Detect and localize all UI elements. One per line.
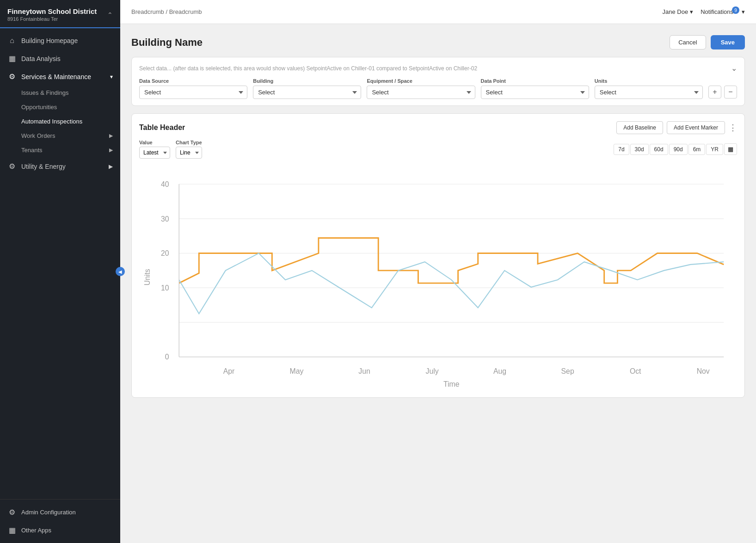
chart-card-header: Table Header Add Baseline Add Event Mark… — [139, 121, 737, 134]
svg-text:Oct: Oct — [630, 367, 641, 375]
add-baseline-button[interactable]: Add Baseline — [616, 121, 663, 134]
chart-view-icon[interactable]: ▦ — [724, 143, 737, 155]
save-button[interactable]: Save — [711, 35, 745, 49]
sidebar-collapse-icon[interactable]: ⌃ — [107, 11, 113, 19]
svg-text:Units: Units — [143, 269, 151, 285]
sidebar-item-label: Data Analysis — [21, 55, 61, 62]
chevron-right-icon: ▶ — [109, 147, 113, 153]
svg-text:Sep: Sep — [561, 367, 574, 375]
sidebar-item-admin-config[interactable]: ⚙ Admin Configuration — [0, 503, 120, 521]
sidebar-sub-tenants[interactable]: Tenants ▶ — [0, 143, 120, 157]
time-btn-6m[interactable]: 6m — [688, 144, 706, 155]
chart-type-label: Chart Type — [176, 140, 202, 145]
topbar-right: Jane Doe ▾ Notifications 9 ▾ — [663, 8, 745, 15]
building-select[interactable]: Select — [253, 86, 361, 99]
sidebar-header-text: Finneytown School District 8916 Fontainb… — [7, 7, 107, 22]
sidebar-sub-automated-inspections[interactable]: Automated Inspections — [0, 114, 120, 129]
time-btn-90d[interactable]: 90d — [669, 144, 688, 155]
svg-text:July: July — [426, 367, 439, 375]
data-point-select[interactable]: Select — [481, 86, 589, 99]
notifications-chevron-icon: ▾ — [742, 8, 745, 15]
notifications-label: Notifications — [701, 8, 733, 15]
user-name: Jane Doe — [663, 8, 688, 15]
more-options-icon[interactable]: ⋮ — [729, 123, 737, 133]
svg-text:30: 30 — [161, 215, 169, 223]
equipment-select[interactable]: Select — [367, 86, 475, 99]
svg-text:40: 40 — [161, 180, 169, 188]
chevron-right-icon: ▶ — [109, 163, 113, 170]
sidebar-footer: ⚙ Admin Configuration ▦ Other Apps — [0, 499, 120, 543]
filter-label-data-point: Data Point — [481, 78, 589, 84]
svg-text:Apr: Apr — [223, 367, 235, 375]
svg-text:Nov: Nov — [697, 367, 710, 375]
time-btn-30d[interactable]: 30d — [630, 144, 649, 155]
breadcrumb: Breadcrumb / Breadcrumb — [131, 8, 202, 15]
filter-building: Building Select — [253, 78, 361, 99]
chart-controls-left: Value Latest Chart Type Line — [139, 140, 202, 159]
sidebar-nav: ⌂ Building Homepage ▦ Data Analysis ⚙ Se… — [0, 28, 120, 499]
sidebar-item-building-homepage[interactable]: ⌂ Building Homepage — [0, 32, 120, 49]
chart-type-select[interactable]: Line — [176, 147, 202, 159]
sidebar-sub-work-orders[interactable]: Work Orders ▶ — [0, 129, 120, 143]
sidebar-item-data-analysis[interactable]: ▦ Data Analysis — [0, 49, 120, 68]
chevron-down-icon: ▾ — [110, 74, 113, 80]
sidebar-header: Finneytown School District 8916 Fontainb… — [0, 0, 120, 28]
district-name: Finneytown School District — [7, 7, 107, 15]
svg-text:May: May — [290, 367, 304, 375]
value-select[interactable]: Latest — [139, 147, 170, 159]
filter-label-equipment: Equipment / Space — [367, 78, 475, 84]
time-btn-yr[interactable]: YR — [706, 144, 723, 155]
filter-label-building: Building — [253, 78, 361, 84]
building-icon: ⌂ — [7, 37, 17, 45]
notifications-badge: 9 — [732, 6, 739, 14]
content-area: Building Name Cancel Save Select data...… — [120, 24, 756, 543]
utility-icon: ⚙ — [7, 162, 17, 171]
page-header: Building Name Cancel Save — [131, 35, 745, 49]
cancel-button[interactable]: Cancel — [670, 35, 706, 49]
chevron-right-icon: ▶ — [109, 133, 113, 139]
add-event-marker-button[interactable]: Add Event Marker — [667, 121, 725, 134]
sidebar-item-services-maintenance[interactable]: ⚙ Services & Maintenance ▾ — [0, 68, 120, 86]
units-select[interactable]: Select — [595, 86, 703, 99]
sidebar-item-label: Building Homepage — [21, 37, 78, 44]
filter-equipment-space: Equipment / Space Select — [367, 78, 475, 99]
chart-card-actions: Add Baseline Add Event Marker ⋮ — [616, 121, 737, 134]
add-filter-button[interactable]: + — [708, 86, 721, 99]
data-source-select[interactable]: Select — [139, 86, 247, 99]
sidebar-toggle-button[interactable]: ◀ — [116, 267, 125, 276]
data-selector-placeholder: Select data... (after data is selelected… — [139, 64, 737, 73]
notifications-button[interactable]: Notifications 9 ▾ — [701, 8, 745, 15]
chart-icon: ▦ — [7, 54, 17, 63]
sidebar-sub-issues-findings[interactable]: Issues & Findings — [0, 86, 120, 100]
filter-row: Data Source Select Building Select Equip… — [139, 78, 737, 99]
time-btn-60d[interactable]: 60d — [650, 144, 668, 155]
svg-text:Aug: Aug — [493, 367, 506, 375]
filter-data-source: Data Source Select — [139, 78, 247, 99]
user-info[interactable]: Jane Doe ▾ — [663, 8, 694, 15]
sidebar-item-label: Admin Configuration — [21, 509, 76, 516]
filter-data-point: Data Point Select — [481, 78, 589, 99]
filter-label-data-source: Data Source — [139, 78, 247, 84]
sidebar-item-other-apps[interactable]: ▦ Other Apps — [0, 521, 120, 539]
sidebar-sub-opportunities[interactable]: Opportunities — [0, 100, 120, 114]
filter-actions: + − — [708, 86, 737, 99]
time-btn-7d[interactable]: 7d — [614, 144, 629, 155]
sidebar: Finneytown School District 8916 Fontainb… — [0, 0, 120, 543]
expand-icon[interactable]: ⌄ — [731, 64, 737, 73]
sidebar-item-utility-energy[interactable]: ⚙ Utility & Energy ▶ — [0, 157, 120, 175]
chart-svg: 40 30 20 10 0 Units Apr May Jun July Aug… — [139, 164, 737, 390]
page-title: Building Name — [131, 37, 203, 49]
grid-icon: ▦ — [7, 526, 17, 535]
chart-container: 40 30 20 10 0 Units Apr May Jun July Aug… — [139, 164, 737, 390]
time-range-buttons: 7d 30d 60d 90d 6m YR ▦ — [614, 143, 737, 155]
data-selector-bar: Select data... (after data is selelected… — [131, 57, 745, 106]
sidebar-item-label: Other Apps — [21, 527, 51, 534]
main-content: Breadcrumb / Breadcrumb Jane Doe ▾ Notif… — [120, 0, 756, 543]
remove-filter-button[interactable]: − — [724, 86, 737, 99]
topbar: Breadcrumb / Breadcrumb Jane Doe ▾ Notif… — [120, 0, 756, 24]
value-label: Value — [139, 140, 170, 145]
services-icon: ⚙ — [7, 72, 17, 81]
placeholder-text: Select data... (after data is selelected… — [139, 65, 477, 72]
chart-title: Table Header — [139, 123, 185, 132]
svg-text:10: 10 — [161, 284, 169, 292]
